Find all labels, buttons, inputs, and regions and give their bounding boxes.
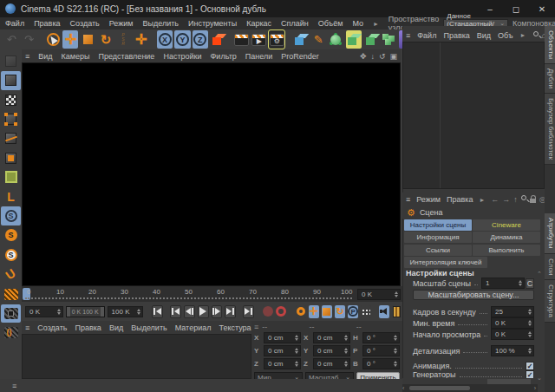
render-view-button[interactable] — [233, 30, 249, 49]
snap-modes-button[interactable]: S — [1, 226, 21, 245]
viewport-menu-display[interactable]: Представление — [98, 52, 154, 61]
live-selection-button[interactable] — [45, 30, 61, 49]
tab-cineware[interactable]: Cineware — [473, 219, 540, 231]
polygon-object-button[interactable] — [363, 30, 379, 49]
up-arrow-icon[interactable]: ↑ — [513, 195, 518, 204]
sound-button[interactable] — [379, 305, 389, 318]
spinner-icon[interactable] — [295, 359, 298, 369]
menu-spline[interactable]: Сплайн — [281, 19, 309, 28]
render-picture-viewer-button[interactable]: ▶ — [251, 30, 267, 49]
hamburger-icon[interactable]: ≡ — [406, 195, 410, 204]
viewport-menu-panels[interactable]: Панели — [245, 52, 272, 61]
model-mode-button[interactable] — [1, 71, 21, 89]
menu-mode[interactable]: Режим — [109, 19, 134, 28]
spinner-icon[interactable] — [395, 290, 398, 299]
redo-button[interactable]: ↷ — [21, 30, 36, 49]
scale-tool-button[interactable] — [80, 30, 95, 49]
hamburger-icon[interactable]: ≡ — [25, 323, 29, 332]
pos-y-field[interactable]: 0 cm — [264, 345, 301, 356]
forward-arrow-icon[interactable]: → — [502, 195, 510, 204]
material-menu-edit[interactable]: Правка — [75, 323, 101, 332]
keyframe-selection-button[interactable] — [296, 305, 306, 318]
hamburger-icon[interactable]: ≡ — [406, 31, 410, 40]
project-scale-field[interactable]: 1 — [481, 278, 525, 289]
menu-edit[interactable]: Правка — [34, 19, 60, 28]
scale-unit-select[interactable]: C — [526, 278, 534, 289]
tab-objects[interactable]: Объекты — [545, 26, 555, 64]
horizontal-scrollbar[interactable]: ‹ › — [402, 384, 538, 392]
menu-select[interactable]: Выделить — [143, 19, 180, 28]
scroll-up-arrow[interactable]: ⌃ — [537, 271, 542, 278]
hamburger-icon[interactable]: ≡ — [12, 382, 16, 390]
current-frame-field[interactable]: 0 K — [357, 289, 401, 300]
add-primitive-button[interactable] — [293, 30, 309, 49]
toggle-view-icon[interactable]: ▣ — [389, 52, 397, 61]
spinner-icon[interactable] — [519, 278, 522, 288]
material-menu-material[interactable]: Материал — [175, 323, 212, 332]
next-frame-button[interactable] — [212, 305, 223, 318]
om-menu-view[interactable]: Вид — [477, 31, 491, 40]
record-keyframe-button[interactable] — [263, 305, 273, 318]
snap-settings-button[interactable]: S — [1, 245, 21, 264]
preview-start-field[interactable]: 0 K — [491, 329, 534, 340]
tab-execute[interactable]: Выполнить — [473, 245, 540, 256]
lock-x-axis-button[interactable]: X — [157, 30, 173, 49]
rotate-view-icon[interactable]: ↺ — [379, 52, 386, 61]
tab-project-settings[interactable]: Настройки сцены — [404, 219, 472, 231]
lock-z-axis-button[interactable]: Z — [193, 30, 208, 49]
snap-enable-button[interactable]: S — [1, 206, 21, 225]
texture-mode-button[interactable] — [1, 91, 21, 109]
spinner-icon[interactable] — [528, 318, 532, 328]
material-menu-select[interactable]: Выделить — [131, 323, 167, 332]
volume-builder-button[interactable] — [381, 30, 396, 49]
lock-icon[interactable] — [530, 199, 536, 203]
menu-overflow-arrow[interactable]: ► — [373, 21, 379, 27]
viewport-menu-options[interactable]: Настройки — [163, 52, 201, 61]
timeline-ruler[interactable]: 0 10 20 30 40 50 60 70 80 90 100 — [22, 286, 356, 302]
spinner-icon[interactable] — [137, 307, 140, 317]
om-menu-edit[interactable]: Правка — [443, 31, 469, 40]
spinner-icon[interactable] — [344, 346, 348, 356]
spinner-icon[interactable] — [394, 333, 397, 343]
prev-key-button[interactable] — [170, 305, 181, 318]
key-scale-button[interactable] — [322, 305, 332, 318]
attr-menu-mode[interactable]: Режим — [416, 195, 441, 204]
back-arrow-icon[interactable]: ← — [491, 195, 499, 204]
lock-y-axis-button[interactable]: Y — [174, 30, 190, 49]
play-button[interactable] — [198, 305, 209, 318]
pos-z-field[interactable]: 0 cm — [264, 358, 301, 369]
spinner-icon[interactable] — [394, 359, 397, 369]
generators-button[interactable] — [346, 30, 362, 49]
range-end-handle[interactable] — [101, 307, 104, 317]
lod-field[interactable]: 100 % — [491, 345, 534, 356]
menu-tools[interactable]: Инструменты — [188, 19, 237, 28]
spinner-icon[interactable] — [394, 346, 397, 356]
tab-info[interactable]: Информация — [404, 232, 472, 243]
pos-x-field[interactable]: 0 cm — [264, 332, 301, 343]
pan-view-icon[interactable]: ✥ — [360, 52, 367, 61]
material-menu-create[interactable]: Создать — [37, 323, 67, 332]
axis-modify-button[interactable]: ✛ — [133, 30, 148, 49]
rot-h-field[interactable]: 0 ° — [362, 332, 400, 343]
simulate-cloth-button[interactable] — [1, 285, 21, 304]
menu-mograph[interactable]: Mo — [352, 19, 363, 28]
hamburger-icon[interactable]: ≡ — [254, 323, 258, 331]
scroll-left-arrow[interactable]: ‹ — [402, 385, 404, 391]
last-tool-button[interactable]: PSR — [115, 30, 131, 49]
render-settings-button[interactable]: ⚙ — [269, 30, 284, 49]
key-parameter-button[interactable]: P — [348, 305, 358, 318]
tab-takes[interactable]: Дубли — [545, 64, 555, 94]
tab-attributes[interactable]: Атрибуты — [545, 213, 555, 254]
tab-content-browser[interactable]: Браузер библиотек — [545, 94, 555, 165]
scale-project-button[interactable]: Масштабировать сцену... — [413, 290, 534, 300]
polygons-mode-button[interactable] — [1, 148, 21, 167]
scale-x-field[interactable]: 0 cm — [313, 332, 350, 343]
attr-menu-edit[interactable]: Правка — [447, 195, 473, 204]
viewport-menu-prorender[interactable]: ProRender — [281, 52, 319, 61]
viewport-canvas[interactable] — [22, 62, 401, 286]
scale-y-field[interactable]: 0 cm — [313, 345, 350, 356]
spinner-icon[interactable] — [57, 307, 61, 317]
tab-dynamics[interactable]: Динамика — [473, 232, 540, 243]
transport-current-field[interactable]: 0 K — [25, 306, 63, 317]
key-rotation-button[interactable]: ↻ — [335, 305, 345, 318]
